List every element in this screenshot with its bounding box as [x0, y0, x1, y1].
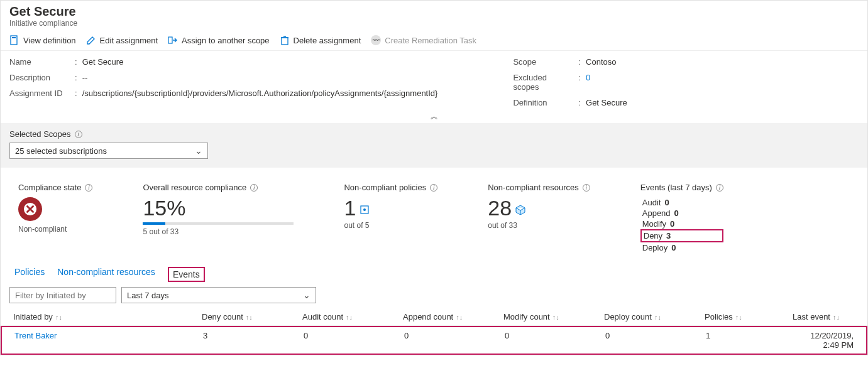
- arrow-right-icon: [168, 35, 178, 45]
- col-deny-count[interactable]: Deny count↑↓: [202, 312, 302, 321]
- scope-value: Contoso: [586, 57, 616, 67]
- noncompliant-policies-tile: Non-compliant policiesi 1 out of 5: [344, 183, 437, 230]
- tab-events[interactable]: Events: [168, 267, 205, 282]
- event-deny[interactable]: Deny3: [640, 229, 723, 242]
- definition-value: Get Secure: [586, 98, 627, 107]
- selected-scopes-dropdown[interactable]: 25 selected subscriptions ⌄: [9, 143, 208, 159]
- excluded-scopes-label: Excluded scopes: [513, 73, 573, 92]
- selected-scopes-label: Selected Scopes: [9, 129, 71, 139]
- name-value: Get Secure: [82, 57, 124, 67]
- edit-assignment-button[interactable]: Edit assignment: [86, 35, 158, 45]
- filter-initiated-by-input[interactable]: [9, 287, 116, 303]
- sort-icon: ↑↓: [55, 313, 62, 321]
- delete-assignment-button[interactable]: Delete assignment: [280, 35, 361, 45]
- col-audit-count[interactable]: Audit count↑↓: [302, 312, 403, 321]
- definition-label: Definition: [513, 98, 573, 107]
- noncompliant-resources-tile: Non-compliant resourcesi 28 out of 33: [488, 183, 590, 230]
- col-initiated-by[interactable]: Initiated by↑↓: [13, 312, 202, 321]
- remediation-icon: 〰: [371, 35, 381, 45]
- overall-compliance-sub: 5 out of 33: [143, 227, 294, 236]
- pencil-icon: [86, 35, 96, 45]
- sort-icon: ↑↓: [552, 313, 559, 321]
- tab-noncompliant-resources[interactable]: Non-compliant resources: [57, 267, 155, 282]
- chevron-down-icon: ⌄: [303, 290, 310, 300]
- page-title: Get Secure: [9, 4, 859, 19]
- event-deploy[interactable]: Deploy0: [640, 242, 723, 253]
- noncompliant-policies-count: 1: [344, 197, 356, 219]
- description-label: Description: [9, 73, 70, 82]
- trash-icon: [280, 35, 290, 45]
- noncompliant-policies-sub: out of 5: [344, 221, 437, 230]
- create-remediation-button: 〰 Create Remediation Task: [371, 35, 476, 45]
- metadata-section: Name:Get Secure Description:-- Assignmen…: [1, 51, 867, 110]
- excluded-scopes-value[interactable]: 0: [586, 73, 590, 92]
- col-last-event[interactable]: Last event ↑↓: [793, 312, 855, 321]
- compliance-state-tile: Compliance statei Non-compliant: [18, 183, 92, 234]
- sort-icon: ↑↓: [456, 313, 463, 321]
- description-value: --: [82, 73, 88, 82]
- noncompliant-resources-count: 28: [488, 197, 512, 219]
- assignment-id-value: /subscriptions/{subscriptionId}/provider…: [82, 89, 438, 98]
- policy-icon: [360, 205, 370, 215]
- info-icon[interactable]: i: [583, 184, 590, 192]
- overall-compliance-tile: Overall resource compliancei 15% 5 out o…: [143, 183, 294, 236]
- sort-icon: ↑↓: [654, 313, 661, 321]
- overall-compliance-percent: 15%: [143, 197, 294, 219]
- compliance-progress-bar: [143, 222, 294, 225]
- sort-icon: ↑↓: [346, 313, 353, 321]
- sort-icon: ↑↓: [246, 313, 253, 321]
- events-table: Initiated by↑↓ Deny count↑↓ Audit count↑…: [1, 308, 867, 355]
- table-row[interactable]: Trent Baker 3 0 0 0 0 1 12/20/2019, 2:49…: [1, 326, 867, 355]
- view-definition-button[interactable]: View definition: [9, 35, 76, 45]
- info-icon[interactable]: i: [85, 184, 92, 192]
- noncompliant-resources-sub: out of 33: [488, 221, 590, 230]
- info-icon[interactable]: i: [716, 184, 723, 192]
- initiated-by-link[interactable]: Trent Baker: [14, 331, 203, 350]
- collapse-chevron[interactable]: ︽: [1, 110, 867, 123]
- svg-rect-1: [12, 37, 16, 38]
- col-append-count[interactable]: Append count↑↓: [403, 312, 503, 321]
- assignment-id-label: Assignment ID: [9, 89, 70, 98]
- toolbar: View definition Edit assignment Assign t…: [1, 30, 867, 51]
- svg-rect-2: [168, 37, 172, 43]
- scope-label: Scope: [513, 57, 573, 67]
- svg-rect-3: [282, 38, 288, 45]
- event-append[interactable]: Append0: [640, 208, 723, 219]
- col-policies[interactable]: Policies↑↓: [705, 312, 793, 321]
- name-label: Name: [9, 57, 70, 67]
- event-modify[interactable]: Modify0: [640, 219, 723, 229]
- compliance-state-label: Non-compliant: [18, 225, 92, 234]
- info-icon[interactable]: i: [430, 184, 437, 192]
- events-tile: Events (last 7 days)i Audit0 Append0 Mod…: [640, 183, 723, 253]
- tab-policies[interactable]: Policies: [14, 267, 45, 282]
- event-audit[interactable]: Audit0: [640, 197, 723, 208]
- col-modify-count[interactable]: Modify count↑↓: [503, 312, 604, 321]
- sort-icon: ↑↓: [833, 313, 840, 321]
- sort-icon: ↑↓: [735, 313, 742, 321]
- assign-scope-button[interactable]: Assign to another scope: [168, 35, 269, 45]
- info-icon[interactable]: i: [75, 131, 82, 138]
- non-compliant-icon: [18, 197, 42, 221]
- cube-icon: [515, 205, 525, 215]
- info-icon[interactable]: i: [250, 184, 258, 192]
- col-deploy-count[interactable]: Deploy count↑↓: [604, 312, 705, 321]
- filter-time-range-dropdown[interactable]: Last 7 days ⌄: [121, 287, 316, 303]
- definition-icon: [9, 35, 19, 45]
- page-subtitle: Initiative compliance: [9, 19, 859, 28]
- svg-point-6: [363, 208, 366, 211]
- chevron-down-icon: ⌄: [195, 146, 202, 156]
